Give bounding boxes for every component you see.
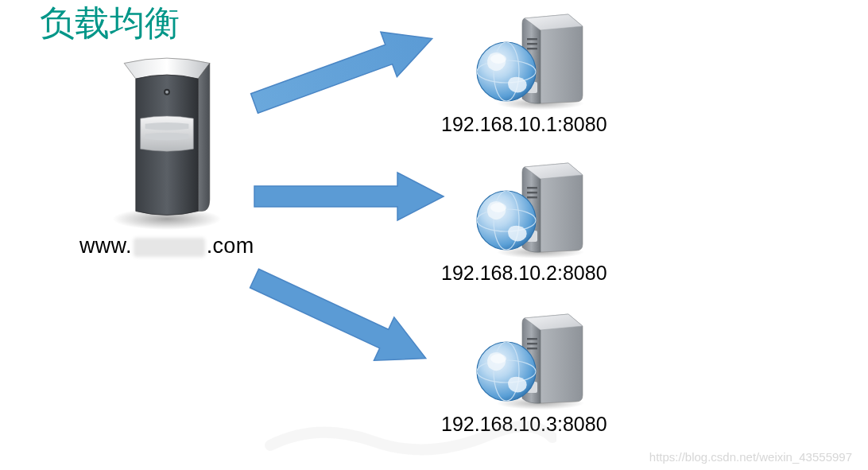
arrow-to-server-1 <box>246 24 461 127</box>
server-node-2: 192.168.10.2:8080 <box>441 155 664 285</box>
client-domain-label: www..com <box>79 234 254 258</box>
domain-prefix: www. <box>79 234 132 258</box>
server-2-address: 192.168.10.2:8080 <box>441 262 664 285</box>
diagram-title: 负载均衡 <box>40 0 180 47</box>
arrow-to-server-2 <box>246 169 461 224</box>
decorative-smudge <box>254 414 556 461</box>
domain-redacted <box>134 238 205 257</box>
web-server-icon <box>465 306 592 410</box>
web-server-icon <box>465 155 592 258</box>
svg-point-2 <box>165 91 169 94</box>
watermark-text: https://blog.csdn.net/weixin_43555997 <box>649 450 852 464</box>
client-server-icon <box>103 44 231 231</box>
arrow-to-server-3 <box>246 258 461 378</box>
server-node-1: 192.168.10.1:8080 <box>441 6 664 136</box>
web-server-icon <box>465 6 592 110</box>
domain-suffix: .com <box>207 234 254 258</box>
server-1-address: 192.168.10.1:8080 <box>441 113 664 136</box>
